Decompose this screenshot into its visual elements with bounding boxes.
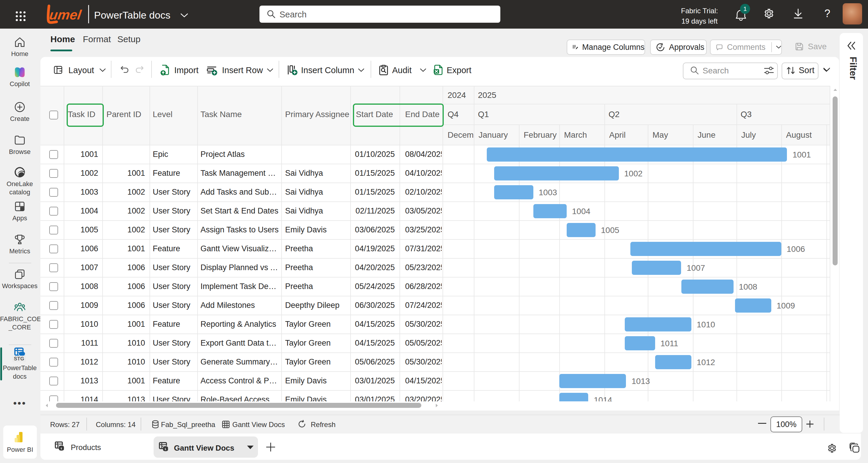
svg-text:umel: umel xyxy=(49,7,83,23)
